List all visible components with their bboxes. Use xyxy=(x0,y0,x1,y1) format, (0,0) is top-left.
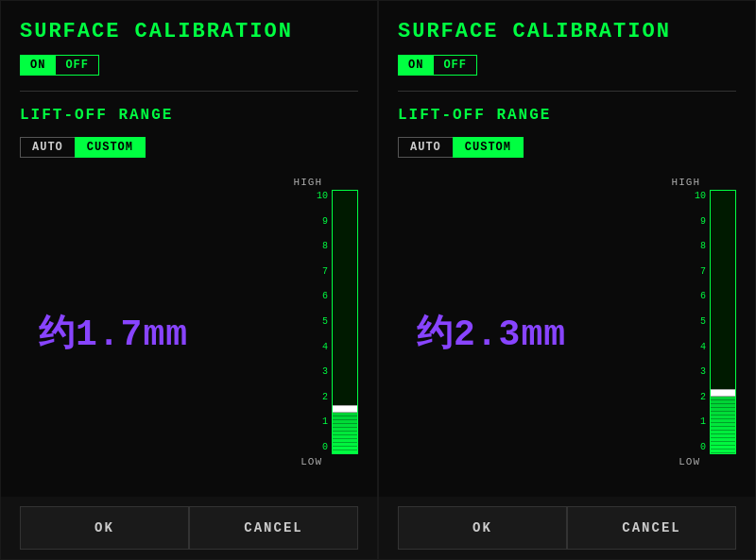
mode-group-left: AUTO CUSTOM xyxy=(20,137,358,158)
scale-3-right: 3 xyxy=(695,367,706,377)
slider-fill-right xyxy=(711,393,735,453)
scale-7-right: 7 xyxy=(695,267,706,277)
cancel-button-left[interactable]: CANCEL xyxy=(189,506,358,550)
low-label-left: LOW xyxy=(301,456,322,467)
slider-inner-right: 0 1 2 3 4 5 6 7 8 9 10 xyxy=(695,190,736,454)
toggle-group-left: ON OFF xyxy=(20,55,358,76)
high-text-left: HIGH xyxy=(294,177,322,188)
scale-1-right: 1 xyxy=(695,417,706,427)
bottom-buttons-left: OK CANCEL xyxy=(1,497,377,559)
measurement-right: 约2.3mm xyxy=(417,308,566,356)
ok-button-left[interactable]: OK xyxy=(20,506,189,550)
low-text-right: LOW xyxy=(679,456,700,467)
scale-9-left: 9 xyxy=(317,217,328,227)
scale-2-right: 2 xyxy=(695,393,706,402)
scale-6-left: 6 xyxy=(317,292,328,301)
toggle-off-right[interactable]: OFF xyxy=(433,55,477,76)
mode-custom-right[interactable]: CUSTOM xyxy=(453,137,524,158)
slider-section-right: HIGH 0 1 2 3 4 5 6 7 8 9 10 xyxy=(672,177,736,467)
slider-fill-left xyxy=(333,409,357,453)
scale-0-left: 0 xyxy=(317,443,328,452)
panel-right: Surface Calibration ON OFF Lift-Off Rang… xyxy=(378,0,756,560)
panel-left: Surface Calibration ON OFF Lift-Off Rang… xyxy=(0,0,378,560)
scale-3-left: 3 xyxy=(317,367,328,377)
scale-6-right: 6 xyxy=(695,292,706,301)
section-title-right: Lift-Off Range xyxy=(398,107,736,124)
scale-5-left: 5 xyxy=(317,317,328,327)
ok-button-right[interactable]: OK xyxy=(398,506,567,550)
slider-fill-lines-right xyxy=(711,393,735,453)
bottom-buttons-right: OK CANCEL xyxy=(379,497,755,559)
mode-group-right: AUTO CUSTOM xyxy=(398,137,736,158)
mode-custom-left[interactable]: CUSTOM xyxy=(75,137,146,158)
scale-2-left: 2 xyxy=(317,393,328,402)
slider-area-left: 约1.7mm HIGH 0 1 2 3 4 5 6 7 8 xyxy=(20,177,358,487)
scale-8-right: 8 xyxy=(695,242,706,251)
slider-section-left: HIGH 0 1 2 3 4 5 6 7 8 9 10 xyxy=(294,177,358,467)
toggle-off-left[interactable]: OFF xyxy=(55,55,99,76)
scale-7-left: 7 xyxy=(317,267,328,277)
mode-auto-right[interactable]: AUTO xyxy=(398,137,453,158)
panel-left-title: Surface Calibration xyxy=(20,20,358,43)
scale-4-right: 4 xyxy=(695,343,706,352)
panel-right-title: Surface Calibration xyxy=(398,20,736,43)
high-label-left: HIGH xyxy=(294,177,322,188)
scale-5-right: 5 xyxy=(695,317,706,327)
mode-auto-left[interactable]: AUTO xyxy=(20,137,75,158)
low-label-right: LOW xyxy=(679,456,700,467)
slider-inner-left: 0 1 2 3 4 5 6 7 8 9 10 xyxy=(317,190,358,454)
toggle-group-right: ON OFF xyxy=(398,55,736,76)
high-label-right: HIGH xyxy=(672,177,700,188)
slider-handle-left[interactable] xyxy=(332,405,358,413)
toggle-on-right[interactable]: ON xyxy=(398,55,433,76)
divider-left xyxy=(20,91,358,92)
scale-4-left: 4 xyxy=(317,343,328,352)
divider-right xyxy=(398,91,736,92)
toggle-on-left[interactable]: ON xyxy=(20,55,55,76)
ruler-right: 0 1 2 3 4 5 6 7 8 9 10 xyxy=(695,190,706,454)
slider-track-right[interactable] xyxy=(710,190,736,454)
slider-handle-right[interactable] xyxy=(710,389,736,397)
high-text-right: HIGH xyxy=(672,177,700,188)
scale-0-right: 0 xyxy=(695,443,706,452)
low-text-left: LOW xyxy=(301,456,322,467)
lift-off-area-right: AUTO CUSTOM 约2.3mm HIGH 0 1 2 3 4 5 6 xyxy=(398,137,736,487)
scale-10-left: 10 xyxy=(317,192,328,201)
scale-10-right: 10 xyxy=(695,192,706,201)
cancel-button-right[interactable]: CANCEL xyxy=(567,506,736,550)
scale-9-right: 9 xyxy=(695,217,706,227)
slider-area-right: 约2.3mm HIGH 0 1 2 3 4 5 6 7 8 xyxy=(398,177,736,487)
slider-fill-lines-left xyxy=(333,409,357,453)
slider-track-left[interactable] xyxy=(332,190,358,454)
scale-1-left: 1 xyxy=(317,417,328,427)
measurement-left: 约1.7mm xyxy=(39,308,188,356)
scale-8-left: 8 xyxy=(317,242,328,251)
section-title-left: Lift-Off Range xyxy=(20,107,358,124)
lift-off-area-left: AUTO CUSTOM 约1.7mm HIGH 0 1 2 3 4 5 6 xyxy=(20,137,358,487)
ruler-left: 0 1 2 3 4 5 6 7 8 9 10 xyxy=(317,190,328,454)
